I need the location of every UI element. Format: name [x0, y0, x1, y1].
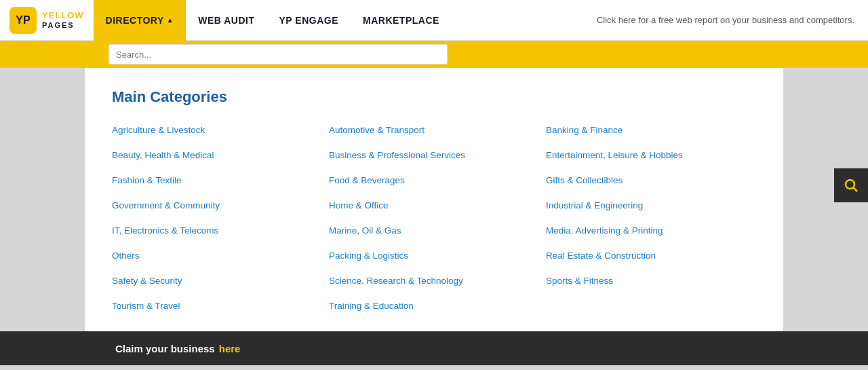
content-area: Main Categories Agriculture & LivestockA…: [85, 68, 783, 331]
category-link[interactable]: Tourism & Travel: [112, 301, 322, 311]
category-link[interactable]: Safety & Security: [112, 276, 322, 286]
category-link[interactable]: Science, Research & Technology: [329, 276, 539, 286]
search-fab-button[interactable]: [834, 168, 868, 202]
category-link[interactable]: Gifts & Collectibles: [546, 175, 756, 185]
svg-point-0: [846, 180, 854, 189]
category-link[interactable]: Marine, Oil & Gas: [329, 225, 539, 236]
category-link[interactable]: Packing & Logistics: [329, 251, 539, 261]
category-link[interactable]: Training & Education: [329, 301, 539, 311]
search-input[interactable]: [109, 50, 447, 60]
logo-icon: YP: [9, 7, 37, 34]
category-link[interactable]: Industrial & Engineering: [546, 200, 756, 210]
main-nav: DIRECTORY ▲ WEB AUDIT YP ENGAGE MARKETPL…: [94, 0, 452, 41]
category-link[interactable]: IT, Electronics & Telecoms: [112, 225, 322, 236]
main-header: YP YELLOW PAGES DIRECTORY ▲ WEB AUDIT YP…: [0, 0, 868, 41]
category-link[interactable]: Government & Community: [112, 200, 322, 210]
category-link[interactable]: Sports & Fitness: [546, 276, 756, 286]
caret-icon: ▲: [167, 16, 174, 24]
search-bar-area: [0, 41, 868, 68]
categories-grid: Agriculture & LivestockAutomotive & Tran…: [112, 125, 756, 311]
main-wrapper: Main Categories Agriculture & LivestockA…: [0, 68, 868, 331]
search-icon: [843, 177, 859, 193]
category-link[interactable]: Media, Advertising & Printing: [546, 225, 756, 236]
nav-item-marketplace[interactable]: MARKETPLACE: [351, 0, 452, 41]
category-link[interactable]: Food & Beverages: [329, 175, 539, 185]
category-link[interactable]: Fashion & Textile: [112, 175, 322, 185]
category-link[interactable]: Beauty, Health & Medical: [112, 150, 322, 160]
category-link[interactable]: Banking & Finance: [546, 125, 756, 135]
search-bar[interactable]: [108, 44, 448, 64]
category-link[interactable]: Others: [112, 251, 322, 261]
nav-item-directory[interactable]: DIRECTORY ▲: [94, 0, 186, 41]
logo-text: YELLOW PAGES: [42, 11, 84, 29]
category-link[interactable]: Home & Office: [329, 200, 539, 210]
category-link[interactable]: Entertainment, Leisure & Hobbies: [546, 150, 756, 160]
nav-item-yp-engage[interactable]: YP ENGAGE: [267, 0, 351, 41]
svg-line-1: [854, 187, 858, 191]
category-link[interactable]: Business & Professional Services: [329, 150, 539, 160]
category-link[interactable]: Automotive & Transport: [329, 125, 539, 135]
claim-here-link[interactable]: here: [219, 343, 241, 354]
logo-link[interactable]: YP YELLOW PAGES: [0, 7, 94, 34]
category-link[interactable]: Real Estate & Construction: [546, 251, 756, 261]
claim-bar: Claim your business here: [0, 331, 868, 365]
category-link[interactable]: Agriculture & Livestock: [112, 125, 322, 135]
claim-text: Claim your business: [115, 343, 215, 354]
main-categories-title: Main Categories: [112, 88, 756, 106]
nav-item-web-audit[interactable]: WEB AUDIT: [186, 0, 267, 41]
header-promo-text: Click here for a free web report on your…: [583, 15, 868, 25]
